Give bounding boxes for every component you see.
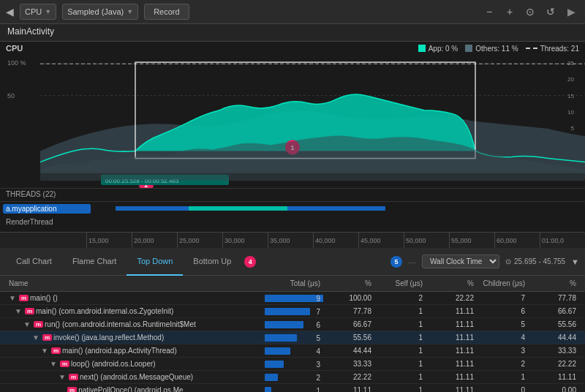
tab-call-chart-label: Call Chart xyxy=(16,257,52,265)
filter-icon[interactable]: ▼ xyxy=(571,257,579,266)
name-text-3: invoke() (java.lang.reflect.Method) xyxy=(53,333,164,342)
plus-icon[interactable]: + xyxy=(502,4,518,20)
threads-section: THREADS (22) a.myapplication RenderThrea… xyxy=(0,188,585,232)
total-val-0: 9 xyxy=(316,295,320,303)
cell-children-5: 2 xyxy=(477,359,528,369)
svg-text:15: 15 xyxy=(567,93,574,99)
tab-flame-chart[interactable]: Flame Chart xyxy=(62,248,127,276)
thread-bar-render xyxy=(91,217,582,226)
refresh-icon[interactable]: ↺ xyxy=(543,4,559,20)
wall-clock-dropdown[interactable]: Wall Clock Time xyxy=(422,255,499,268)
cell-children-7: 0 xyxy=(477,385,528,392)
badge-4: 4 xyxy=(244,256,256,268)
table-row[interactable]: ▼ m main() (com.android.internal.os.Zygo… xyxy=(0,305,585,318)
cpu-section: CPU App: 0 % Others: 11 % Threads: 21 10… xyxy=(0,42,585,188)
cell-bar-0: 9 xyxy=(265,294,323,303)
ruler-tick-2: 25,000 xyxy=(177,233,222,248)
name-text-2: run() (com.android.internal.os.RuntimeIn… xyxy=(45,320,196,328)
minus-icon[interactable]: − xyxy=(481,4,497,20)
table-row[interactable]: ▼ m run() (com.android.internal.os.Runti… xyxy=(0,318,585,331)
cpu-chevron-icon: ▼ xyxy=(45,8,51,15)
tab-bottom-up[interactable]: Bottom Up xyxy=(183,248,241,276)
bar-fill-4 xyxy=(265,347,290,355)
sampled-chevron-icon: ▼ xyxy=(127,8,133,15)
play-icon[interactable]: ▶ xyxy=(563,4,579,20)
thread-row-render: RenderThread xyxy=(0,215,585,228)
tab-top-down[interactable]: Top Down xyxy=(127,248,183,276)
legend-others-label: Others: 11 % xyxy=(475,45,518,53)
th-total: Total (μs) xyxy=(265,278,323,289)
name-text-0: main() () xyxy=(30,294,58,302)
cell-name-4: ▼ m main() (android.app.ActivityThread) xyxy=(6,346,265,355)
cell-total-pct-7: 11.11 xyxy=(323,385,374,392)
tab-call-chart[interactable]: Call Chart xyxy=(6,248,62,276)
svg-text:100 %: 100 % xyxy=(7,59,26,67)
name-text-1: main() (com.android.internal.os.ZygoteIn… xyxy=(36,307,173,315)
expand-icon-4[interactable]: ▼ xyxy=(41,347,48,355)
ruler-tick-3: 30,000 xyxy=(222,233,268,248)
expand-icon-0[interactable]: ▼ xyxy=(9,294,16,302)
table-row[interactable]: ▼ m main() (android.app.ActivityThread) … xyxy=(0,344,585,358)
table-row[interactable]: ▼ m next() (android.os.MessageQueue) 2 2… xyxy=(0,371,585,384)
expand-icon-5[interactable]: ▼ xyxy=(50,360,57,368)
table-row[interactable]: ▼ m main() () 9 100.00 2 22.22 7 77.78 xyxy=(0,292,585,305)
sampled-java-label: Sampled (Java) xyxy=(67,7,124,16)
legend-threads-label: Threads: 21 xyxy=(540,45,579,53)
method-icon-1: m xyxy=(25,308,34,314)
activity-bar: MainActivity xyxy=(0,24,585,42)
timeline-ruler: 15,000 20,000 25,000 30,000 35,000 40,00… xyxy=(0,232,585,248)
th-total-pct: % xyxy=(323,278,374,289)
ruler-label-1: 20,000 xyxy=(134,237,154,244)
method-icon-6: m xyxy=(69,374,78,380)
table-section: Name Total (μs) % Self (μs) % Children (… xyxy=(0,276,585,392)
cpu-chart: 100 % 50 25 20 15 10 5 1 2 00:00:25.528 … xyxy=(0,55,585,188)
table-row[interactable]: ▼ m loop() (android.os.Looper) 3 33.33 1… xyxy=(0,358,585,371)
ruler-label-2: 25,000 xyxy=(179,237,200,244)
cell-self-6: 1 xyxy=(374,372,426,382)
cell-self-1: 1 xyxy=(374,306,426,316)
expand-icon-2[interactable]: ▼ xyxy=(23,320,31,328)
expand-icon-1[interactable]: ▼ xyxy=(15,307,22,315)
ruler-label-9: 60,000 xyxy=(497,237,517,244)
toolbar-right-icons: − + ⊙ ↺ ▶ xyxy=(481,4,579,20)
circle-icon[interactable]: ⊙ xyxy=(522,4,538,20)
cell-self-pct-1: 11.11 xyxy=(426,306,477,316)
ruler-label-6: 45,000 xyxy=(361,237,381,244)
cell-children-1: 6 xyxy=(477,306,528,316)
cell-bar-3: 5 xyxy=(265,333,323,342)
sampled-java-dropdown[interactable]: Sampled (Java) ▼ xyxy=(62,4,138,20)
cell-name-1: ▼ m main() (com.android.internal.os.Zygo… xyxy=(6,306,265,316)
legend-app: App: 0 % xyxy=(418,45,458,53)
cell-total-pct-6: 22.22 xyxy=(323,372,374,382)
cell-self-5: 1 xyxy=(374,359,426,369)
tab-bottom-up-label: Bottom Up xyxy=(193,257,231,265)
record-button[interactable]: Record xyxy=(144,4,189,20)
legend-threads-dash xyxy=(526,48,537,49)
cell-bar-7: 1 xyxy=(265,386,323,393)
expand-icon-3[interactable]: ▼ xyxy=(32,333,39,342)
method-icon-2: m xyxy=(34,321,43,328)
threads-header: THREADS (22) xyxy=(0,189,585,202)
cell-total-pct-2: 66.67 xyxy=(323,320,374,329)
back-button[interactable]: ◀ xyxy=(6,6,14,18)
cell-self-2: 1 xyxy=(374,320,426,329)
ruler-label-0: 15,000 xyxy=(88,237,109,244)
name-text-6: next() (android.os.MessageQueue) xyxy=(80,373,193,381)
cell-total-pct-0: 100.00 xyxy=(323,293,374,303)
ruler-label-5: 40,000 xyxy=(315,237,336,244)
ruler-tick-8: 55,000 xyxy=(449,233,494,248)
table-row[interactable]: ▼ m invoke() (java.lang.reflect.Method) … xyxy=(0,331,585,344)
total-val-3: 5 xyxy=(316,334,320,342)
cpu-label: CPU xyxy=(25,7,42,16)
expand-icon-6[interactable]: ▼ xyxy=(58,373,66,381)
cpu-header: CPU App: 0 % Others: 11 % Threads: 21 xyxy=(0,42,585,55)
cell-children-pct-0: 77.78 xyxy=(528,293,579,303)
cpu-dropdown[interactable]: CPU ▼ xyxy=(20,4,56,20)
cell-self-7: 1 xyxy=(374,385,426,392)
th-self: Self (μs) xyxy=(374,278,426,289)
table-row[interactable]: m nativePollOnce() (android.os.Me 1 11.1… xyxy=(0,384,585,392)
th-children: Children (μs) xyxy=(477,278,528,289)
th-self-pct: % xyxy=(426,278,477,289)
cell-children-pct-4: 33.33 xyxy=(528,346,579,355)
ruler-label-7: 50,000 xyxy=(406,237,426,244)
